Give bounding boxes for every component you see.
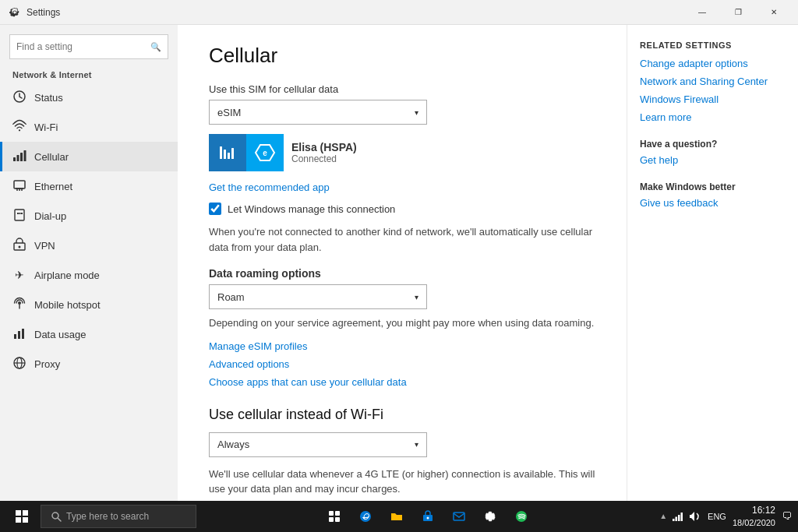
clock[interactable]: 16:12 18/02/2020 <box>733 505 775 528</box>
give-feedback-link[interactable]: Give us feedback <box>640 197 786 209</box>
store-icon[interactable] <box>413 501 443 532</box>
right-panel: Related settings Change adapter options … <box>627 25 798 501</box>
maximize-button[interactable]: ❐ <box>720 0 756 25</box>
sim-icon-box <box>209 134 246 171</box>
get-help-link[interactable]: Get help <box>640 154 786 166</box>
sidebar-item-hotspot[interactable]: Mobile hotspot <box>0 290 178 319</box>
taskbar-app-icons <box>320 501 536 532</box>
sidebar-item-status[interactable]: Status <box>0 83 178 112</box>
edge-icon[interactable] <box>351 501 380 532</box>
manage-connection-checkbox[interactable] <box>209 203 221 215</box>
ethernet-icon <box>12 178 26 195</box>
cellular-icon <box>12 149 26 165</box>
svg-rect-28 <box>335 511 340 516</box>
sidebar-item-label-status: Status <box>34 92 63 104</box>
sidebar: 🔍 Network & Internet Status Wi-Fi Cellul… <box>0 25 178 501</box>
search-input[interactable] <box>16 41 150 52</box>
language-indicator: ENG <box>708 512 726 521</box>
svg-rect-25 <box>23 517 28 523</box>
settings-taskbar-icon[interactable] <box>475 501 505 532</box>
question-section: Have a question? Get help <box>640 139 786 166</box>
use-cellular-title: Use cellular instead of Wi-Fi <box>209 407 595 423</box>
svg-rect-29 <box>329 517 334 522</box>
use-cellular-section: Use cellular instead of Wi-Fi Always ▾ W… <box>209 407 595 502</box>
windows-firewall-link[interactable]: Windows Firewall <box>640 93 786 105</box>
sidebar-item-cellular[interactable]: Cellular <box>0 142 178 171</box>
roaming-dropdown[interactable]: Roam ▾ <box>209 284 427 309</box>
search-box[interactable]: 🔍 <box>9 34 168 59</box>
sidebar-item-ethernet[interactable]: Ethernet <box>0 171 178 201</box>
svg-rect-30 <box>335 517 340 522</box>
learn-more-link[interactable]: Learn more <box>640 111 786 123</box>
svg-rect-12 <box>14 334 16 339</box>
start-button[interactable] <box>6 501 37 532</box>
settings-icon <box>9 7 20 18</box>
network-tray-icon <box>672 510 684 523</box>
file-explorer-icon[interactable] <box>382 501 411 532</box>
sim-dropdown-arrow: ▾ <box>415 108 418 117</box>
notification-icon[interactable]: 🗨 <box>782 510 792 522</box>
svg-rect-27 <box>329 511 334 516</box>
sidebar-item-label-ethernet: Ethernet <box>34 181 72 192</box>
svg-rect-14 <box>22 329 24 339</box>
always-dropdown[interactable]: Always ▾ <box>209 432 427 457</box>
taskbar-search-text: Type here to search <box>66 511 149 522</box>
taskbar-search-box[interactable]: Type here to search <box>41 505 196 528</box>
titlebar: Settings — ❐ ✕ <box>0 0 798 25</box>
titlebar-left: Settings <box>9 7 60 18</box>
sidebar-item-label-airplane: Airplane mode <box>34 270 100 281</box>
sim-status: Connected <box>291 153 357 164</box>
minimize-button[interactable]: — <box>684 0 720 25</box>
svg-point-1 <box>19 129 20 131</box>
sidebar-item-data-usage[interactable]: Data usage <box>0 319 178 349</box>
sidebar-item-label-hotspot: Mobile hotspot <box>34 299 101 311</box>
dialup-icon <box>12 208 26 224</box>
app-container: 🔍 Network & Internet Status Wi-Fi Cellul… <box>0 25 798 501</box>
sim-label: Use this SIM for cellular data <box>209 83 595 95</box>
sidebar-item-proxy[interactable]: Proxy <box>0 349 178 379</box>
svg-rect-3 <box>17 155 19 161</box>
get-app-link[interactable]: Get the recommended app <box>209 181 330 193</box>
sidebar-item-airplane[interactable]: ✈ Airplane mode <box>0 260 178 290</box>
sidebar-item-dialup[interactable]: Dial-up <box>0 201 178 231</box>
sidebar-item-label-data-usage: Data usage <box>34 329 87 340</box>
close-button[interactable]: ✕ <box>756 0 792 25</box>
sim-dropdown[interactable]: eSIM ▾ <box>209 100 427 125</box>
main-content: Cellular Use this SIM for cellular data … <box>178 25 627 501</box>
svg-rect-18 <box>224 150 226 159</box>
manage-esim-link[interactable]: Manage eSIM profiles <box>209 340 595 352</box>
taskbar-right: ▲ ENG 16:12 18/02/2020 🗨 <box>659 505 792 528</box>
sim-info: Elisa (HSPA) Connected <box>291 141 357 164</box>
auto-use-text: When you're not connected to another kin… <box>209 224 595 255</box>
svg-rect-17 <box>220 146 222 159</box>
svg-rect-7 <box>17 213 19 214</box>
manage-connection-row: Let Windows manage this connection <box>209 203 595 215</box>
svg-point-33 <box>427 517 429 520</box>
advanced-options-link[interactable]: Advanced options <box>209 358 595 370</box>
svg-rect-2 <box>13 157 16 161</box>
time-display: 16:12 <box>733 505 775 517</box>
network-sharing-link[interactable]: Network and Sharing Center <box>640 76 786 87</box>
airplane-icon: ✈ <box>12 269 26 281</box>
svg-text:e: e <box>263 149 267 157</box>
sim-name: Elisa (HSPA) <box>291 141 357 153</box>
links-section: Manage eSIM profiles Advanced options Ch… <box>209 340 595 388</box>
tray-chevron[interactable]: ▲ <box>659 512 667 520</box>
svg-point-26 <box>52 513 58 519</box>
svg-rect-34 <box>454 513 464 520</box>
roaming-info-text: Depending on your service agreement, you… <box>209 315 595 331</box>
system-tray: ▲ <box>659 510 701 523</box>
always-dropdown-value: Always <box>217 439 249 450</box>
roaming-dropdown-value: Roam <box>217 291 245 303</box>
spotify-icon[interactable] <box>507 501 536 532</box>
mail-icon[interactable] <box>444 501 474 532</box>
choose-apps-link[interactable]: Choose apps that can use your cellular d… <box>209 376 595 388</box>
sidebar-item-vpn[interactable]: VPN <box>0 231 178 260</box>
make-better-title: Make Windows better <box>640 181 786 192</box>
taskbar-left: Type here to search <box>6 501 196 532</box>
task-view-button[interactable] <box>320 501 349 532</box>
roaming-dropdown-arrow: ▾ <box>415 293 418 301</box>
sidebar-item-wifi[interactable]: Wi-Fi <box>0 112 178 142</box>
change-adapter-link[interactable]: Change adapter options <box>640 58 786 69</box>
svg-rect-39 <box>681 513 683 521</box>
